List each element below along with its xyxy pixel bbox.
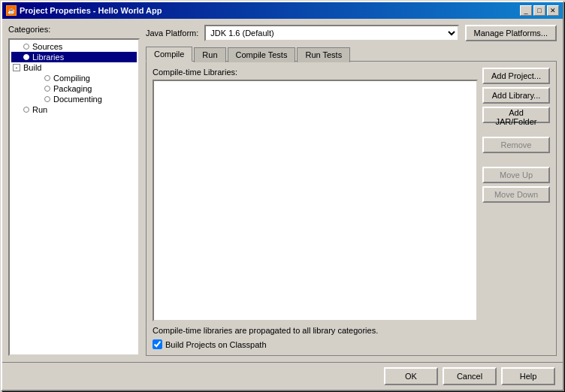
propagate-text: Compile-time libraries are propagated to… [153, 326, 550, 335]
tab-run-tests[interactable]: Run Tests [297, 47, 350, 62]
cancel-button[interactable]: Cancel [443, 367, 497, 385]
content-area: Categories: Sources Libraries - Build [2, 19, 563, 362]
platform-select[interactable]: JDK 1.6 (Default) [206, 26, 457, 40]
tab-content-compile: Compile-time Libraries: Add Project... A… [153, 68, 550, 349]
close-button[interactable]: ✕ [547, 5, 559, 16]
platform-row: Java Platform: JDK 1.6 (Default) Manage … [146, 25, 557, 41]
tree-item-documenting[interactable]: Documenting [11, 94, 137, 104]
help-button[interactable]: Help [501, 367, 555, 385]
tree-dot-icon [44, 86, 50, 92]
window-title: Project Properties - Hello World App [20, 6, 162, 15]
tab-compile-tests[interactable]: Compile Tests [228, 47, 296, 62]
tree-item-run[interactable]: Run [11, 104, 137, 115]
platform-label: Java Platform: [146, 29, 198, 38]
tab-compile[interactable]: Compile [146, 47, 192, 62]
manage-platforms-button[interactable]: Manage Platforms... [465, 25, 557, 41]
spacer [482, 126, 550, 134]
minimize-button[interactable]: _ [520, 5, 532, 16]
tree-dot-icon [23, 54, 29, 60]
tree-item-libraries[interactable]: Libraries [11, 52, 137, 62]
add-project-button[interactable]: Add Project... [482, 68, 550, 84]
tree-dot-icon [44, 96, 50, 102]
categories-label: Categories: [8, 25, 140, 34]
tree-dot-icon [23, 107, 29, 113]
remove-button[interactable]: Remove [482, 137, 550, 153]
title-bar: ☕ Project Properties - Hello World App _… [2, 2, 563, 19]
libraries-section: Compile-time Libraries: [153, 68, 478, 321]
categories-panel: Categories: Sources Libraries - Build [8, 25, 140, 356]
tree-dot-icon [44, 75, 50, 81]
libraries-list[interactable] [153, 80, 478, 321]
spacer2 [482, 156, 550, 164]
tabs-header: Compile Run Compile Tests Run Tests [146, 46, 557, 61]
libraries-label: Compile-time Libraries: [153, 68, 478, 77]
tree-view[interactable]: Sources Libraries - Build Compiling [8, 38, 140, 356]
ok-button[interactable]: OK [384, 367, 438, 385]
move-up-button[interactable]: Move Up [482, 167, 550, 183]
add-jar-button[interactable]: Add JAR/Folder [482, 107, 550, 123]
tree-item-sources[interactable]: Sources [11, 41, 137, 52]
tree-item-build[interactable]: - Build [11, 62, 137, 73]
main-window: ☕ Project Properties - Hello World App _… [1, 1, 564, 391]
tree-expand-icon[interactable]: - [13, 64, 20, 71]
platform-select-wrapper[interactable]: JDK 1.6 (Default) [204, 25, 458, 41]
checkbox-row: Build Projects on Classpath [153, 339, 550, 349]
maximize-button[interactable]: □ [533, 5, 545, 16]
buttons-column: Add Project... Add Library... Add JAR/Fo… [482, 68, 550, 321]
tree-dot-icon [23, 44, 29, 50]
tab-inner: Compile-time Libraries: Add Project... A… [153, 68, 550, 321]
move-down-button[interactable]: Move Down [482, 186, 550, 203]
tabs-body: Compile-time Libraries: Add Project... A… [146, 61, 557, 356]
bottom-bar: OK Cancel Help [2, 362, 563, 390]
window-icon: ☕ [6, 5, 17, 16]
build-classpath-label[interactable]: Build Projects on Classpath [165, 340, 267, 349]
title-buttons: _ □ ✕ [520, 5, 559, 16]
tree-item-packaging[interactable]: Packaging [11, 83, 137, 94]
build-classpath-checkbox[interactable] [153, 339, 162, 349]
right-panel: Java Platform: JDK 1.6 (Default) Manage … [146, 25, 557, 356]
tabs-container: Compile Run Compile Tests Run Tests Comp… [146, 46, 557, 356]
add-library-button[interactable]: Add Library... [482, 87, 550, 104]
tree-item-compiling[interactable]: Compiling [11, 73, 137, 83]
title-bar-left: ☕ Project Properties - Hello World App [6, 5, 162, 16]
tab-run[interactable]: Run [194, 47, 225, 62]
